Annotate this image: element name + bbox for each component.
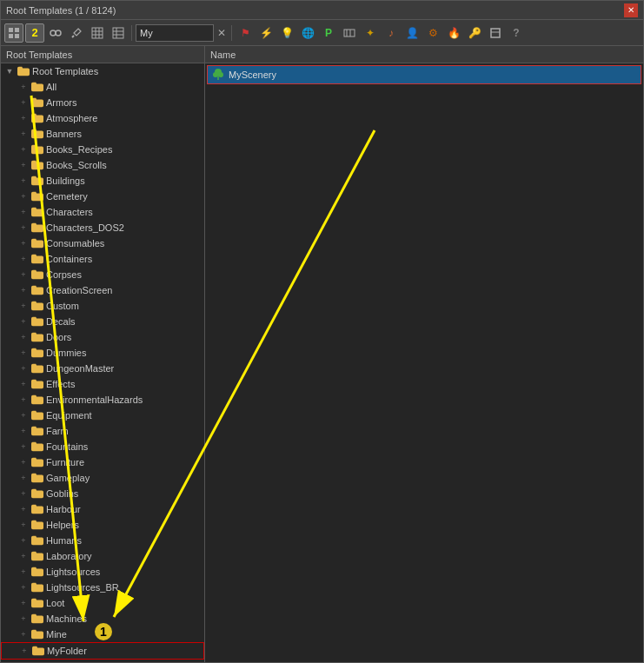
tree-item-environmentalhazards[interactable]: +EnvironmentalHazards: [1, 392, 204, 408]
tree-item-lightsources[interactable]: +Lightsources: [1, 564, 204, 580]
tree-item-effects[interactable]: +Effects: [1, 376, 204, 392]
tree-item-harbour[interactable]: +Harbour: [1, 501, 204, 517]
tree-item-books_scrolls[interactable]: +Books_Scrolls: [1, 157, 204, 173]
tree-item-characters_dos2[interactable]: +Characters_DOS2: [1, 220, 204, 235]
clear-search-button[interactable]: ✕: [216, 27, 228, 39]
folder-icon-furniture: [30, 455, 44, 469]
gear-button[interactable]: ⚙: [423, 23, 442, 43]
folder-icon-characters: [30, 205, 44, 219]
expand-icon-books_scrolls: +: [17, 158, 30, 172]
expand-icon-environmentalhazards: +: [17, 393, 30, 407]
tree-label-dummies: Dummies: [46, 348, 86, 358]
tree-item-farm[interactable]: +Farm: [1, 423, 204, 439]
tree-item-mine[interactable]: +Mine: [1, 627, 204, 642]
globe-button[interactable]: 🌐: [298, 23, 317, 43]
svg-rect-1: [15, 28, 19, 32]
tree-label-myfolder: MyFolder: [47, 646, 87, 656]
expand-icon-helpers: +: [17, 518, 30, 532]
close-button[interactable]: ✕: [624, 3, 638, 17]
svg-point-24: [218, 72, 223, 77]
expand-icon-myfolder: +: [17, 644, 31, 658]
tree-item-custom[interactable]: +Custom: [1, 298, 204, 314]
folder-icon-decals: [30, 315, 44, 328]
tree-item-consumables[interactable]: +Consumables: [1, 235, 204, 251]
folder-icon-laboratory: [30, 549, 44, 563]
folder-icon-nature: [30, 660, 44, 662]
folder-icon-all: [30, 80, 44, 94]
name-item-myscenery[interactable]: MyScenery: [207, 65, 641, 84]
tree-item-dummies[interactable]: +Dummies: [1, 345, 204, 361]
tree-label-laboratory: Laboratory: [46, 551, 92, 561]
tree-item-corpses[interactable]: +Corpses: [1, 267, 204, 282]
grid3-button[interactable]: [340, 23, 359, 43]
music-button[interactable]: ♪: [382, 23, 401, 43]
tree-item-nature[interactable]: +Nature: [1, 660, 204, 662]
person-button[interactable]: 👤: [402, 23, 422, 43]
tree-label-cemetery: Cemetery: [46, 191, 88, 202]
expand-icon-books_recipes: +: [17, 143, 30, 156]
tree-item-equipment[interactable]: +Equipment: [1, 408, 204, 423]
tree-label-harbour: Harbour: [46, 504, 81, 514]
tree-item-cemetery[interactable]: +Cemetery: [1, 189, 204, 204]
tree-item-fountains[interactable]: +Fountains: [1, 439, 204, 454]
box-button[interactable]: [486, 23, 505, 43]
tree-label-all: All: [46, 82, 56, 92]
tree-item-dungeonmaster[interactable]: +DungeonMaster: [1, 361, 204, 376]
tree-item-root[interactable]: ▼ Root Templates: [1, 63, 204, 79]
tree-item-all[interactable]: +All: [1, 79, 204, 95]
light-button[interactable]: 💡: [277, 23, 296, 43]
tree-label-armors: Armors: [46, 97, 76, 108]
search-input[interactable]: [136, 24, 214, 42]
wrench-button[interactable]: [67, 23, 86, 43]
folder-icon-goblins: [30, 487, 44, 501]
tree-item-characters[interactable]: +Characters: [1, 204, 204, 220]
tree-item-atmosphere[interactable]: +Atmosphere: [1, 110, 204, 126]
tree-item-books_recipes[interactable]: +Books_Recipes: [1, 142, 204, 157]
tree-container[interactable]: ▼ Root Templates +All+Armors+Atmosphere+…: [1, 63, 204, 662]
tree-item-machines[interactable]: +Machines: [1, 611, 204, 627]
tree-item-helpers[interactable]: +Helpers: [1, 517, 204, 533]
expand-icon-decals: +: [17, 315, 30, 328]
badge2-button[interactable]: 2: [25, 23, 44, 43]
star-button[interactable]: ✦: [361, 23, 380, 43]
tree-item-gameplay[interactable]: +Gameplay: [1, 470, 204, 486]
tree-item-lightsources_br[interactable]: +Lightsources_BR: [1, 580, 204, 595]
tree-item-goblins[interactable]: +Goblins: [1, 486, 204, 501]
tree-item-decals[interactable]: +Decals: [1, 314, 204, 329]
lightning-button[interactable]: ⚡: [256, 23, 276, 43]
group-button[interactable]: [46, 23, 65, 43]
folder-icon-books_scrolls: [30, 158, 44, 172]
fire-button[interactable]: 🔥: [444, 23, 463, 43]
tree-label-machines: Machines: [46, 613, 87, 624]
flag-button[interactable]: ⚑: [236, 23, 255, 43]
tree-item-furniture[interactable]: +Furniture: [1, 454, 204, 470]
tree-item-humans[interactable]: +Humans: [1, 533, 204, 548]
tree-item-armors[interactable]: +Armors: [1, 95, 204, 110]
folder-icon-consumables: [30, 236, 44, 250]
tree-item-laboratory[interactable]: +Laboratory: [1, 548, 204, 564]
expand-icon-lightsources_br: +: [17, 580, 30, 594]
tree-label-mine: Mine: [46, 629, 67, 640]
tree-label-loot: Loot: [46, 598, 64, 608]
tree-item-creationscreen[interactable]: +CreationScreen: [1, 282, 204, 298]
svg-rect-3: [15, 34, 19, 38]
tree-item-banners[interactable]: +Banners: [1, 126, 204, 142]
tree-item-loot[interactable]: +Loot: [1, 595, 204, 611]
tree-item-myfolder[interactable]: +MyFolder: [1, 642, 204, 660]
key-button[interactable]: 🔑: [465, 23, 484, 43]
expand-icon-goblins: +: [17, 487, 30, 501]
tree-label-helpers: Helpers: [46, 520, 79, 530]
tree-label-books_scrolls: Books_Scrolls: [46, 160, 107, 170]
expand-icon-containers: +: [17, 252, 30, 266]
tree-item-buildings[interactable]: +Buildings: [1, 173, 204, 189]
folder-icon-lightsources_br: [30, 580, 44, 594]
details-button[interactable]: [109, 23, 128, 43]
tree-item-doors[interactable]: +Doors: [1, 329, 204, 345]
tree-item-containers[interactable]: +Containers: [1, 251, 204, 267]
grid-button[interactable]: [88, 23, 107, 43]
folder-icon-creationscreen: [30, 283, 44, 297]
help-button[interactable]: ?: [507, 23, 526, 43]
p-button[interactable]: P: [319, 23, 338, 43]
templates-button[interactable]: [4, 23, 23, 43]
expand-icon-gameplay: +: [17, 471, 30, 485]
